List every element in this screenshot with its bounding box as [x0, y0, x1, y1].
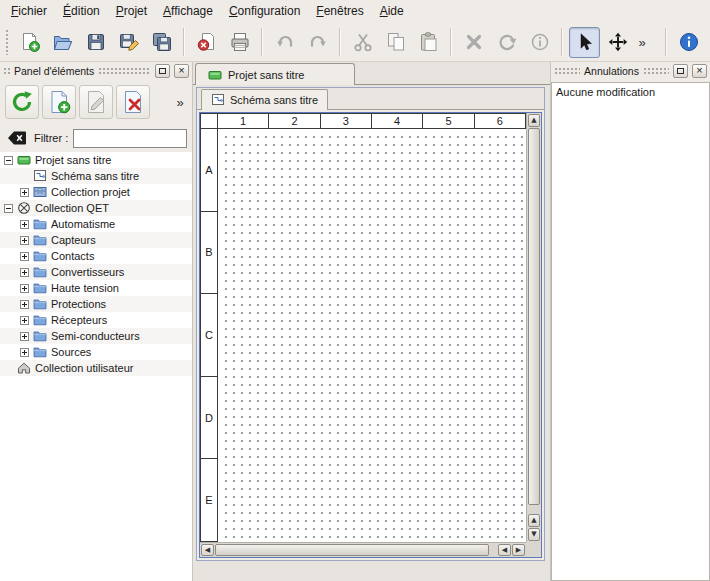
grid-corner [200, 113, 218, 129]
cut-button[interactable] [347, 27, 378, 58]
move-tool-button[interactable] [602, 27, 633, 58]
menu-fichier[interactable]: Fichier [3, 0, 55, 23]
vertical-scrollbar-thumb[interactable] [528, 128, 540, 505]
close-panel-button[interactable]: × [692, 64, 707, 78]
info-icon [529, 31, 551, 53]
toolbar-separator [339, 28, 341, 56]
toolbar-overflow-button[interactable]: » [634, 27, 650, 58]
menu-configuration[interactable]: Configuration [221, 0, 308, 23]
info-button[interactable] [524, 27, 555, 58]
paste-button[interactable] [413, 27, 444, 58]
delete-element-button[interactable] [116, 85, 150, 119]
scroll-up-button[interactable]: ▲ [528, 114, 540, 127]
undo-button[interactable] [269, 27, 300, 58]
expand-icon[interactable] [20, 316, 29, 325]
tree-item-label: Contacts [51, 250, 94, 262]
save-as-button[interactable] [113, 27, 144, 58]
tree-item-capteurs[interactable]: Capteurs [0, 232, 192, 248]
scroll-right-button[interactable]: ▶ [512, 544, 525, 556]
dock-handle-dots [3, 67, 10, 75]
new-element-icon [46, 89, 72, 115]
selection-arrow-icon [574, 31, 596, 53]
column-header: 6 [475, 114, 526, 128]
tree-item-convertisseurs[interactable]: Convertisseurs [0, 264, 192, 280]
save-icon [85, 31, 107, 53]
vertical-scrollbar[interactable]: ▲ ▲ ▼ [526, 113, 541, 542]
close-project-button[interactable] [191, 27, 222, 58]
selection-tool-button[interactable] [569, 27, 600, 58]
expand-icon[interactable] [20, 236, 29, 245]
tree-item-semi-conducteurs[interactable]: Semi-conducteurs [0, 328, 192, 344]
delete-button[interactable] [458, 27, 489, 58]
scroll-up-button[interactable]: ▲ [528, 514, 540, 527]
scroll-down-button[interactable]: ▼ [528, 528, 540, 541]
tree-item-collection-projet[interactable]: Collection projet [0, 184, 192, 200]
expand-icon[interactable] [20, 188, 29, 197]
expand-icon[interactable] [20, 300, 29, 309]
float-panel-button[interactable] [673, 64, 688, 78]
tree-item-haute-tension[interactable]: Haute tension [0, 280, 192, 296]
print-button[interactable] [224, 27, 255, 58]
clear-filter-button[interactable] [5, 128, 29, 148]
tree-item-recepteurs[interactable]: Récepteurs [0, 312, 192, 328]
save-all-button[interactable] [146, 27, 177, 58]
elements-tree[interactable]: Projet sans titre Schéma sans titre Coll… [0, 152, 192, 581]
scroll-left-button[interactable]: ◀ [201, 544, 214, 556]
expand-icon[interactable] [20, 252, 29, 261]
undo-history-list[interactable]: Aucune modification [551, 82, 710, 581]
tree-item-collection-qet[interactable]: Collection QET [0, 200, 192, 216]
menu-edition[interactable]: Édition [55, 0, 108, 23]
new-element-button[interactable] [42, 85, 76, 119]
delete-icon [463, 31, 485, 53]
expand-icon[interactable] [20, 348, 29, 357]
close-panel-button[interactable]: × [174, 64, 189, 78]
tree-item-protections[interactable]: Protections [0, 296, 192, 312]
collapse-icon[interactable] [4, 204, 13, 213]
about-button[interactable] [673, 27, 704, 58]
horizontal-scrollbar-thumb[interactable] [215, 544, 489, 556]
toolbar-separator [665, 28, 667, 56]
filter-input[interactable] [73, 129, 187, 148]
folder-icon [33, 217, 47, 231]
diagram-canvas[interactable]: 1 2 3 4 5 6 A B C D E [200, 113, 526, 542]
tab-projet-sans-titre[interactable]: Projet sans titre [195, 63, 355, 85]
tree-item-projet-sans-titre[interactable]: Projet sans titre [0, 152, 192, 168]
tree-item-label: Récepteurs [51, 314, 107, 326]
save-button[interactable] [80, 27, 111, 58]
undo-panel-titlebar[interactable]: Annulations × [551, 62, 710, 80]
open-project-button[interactable] [47, 27, 78, 58]
diagram-view[interactable]: 1 2 3 4 5 6 A B C D E ▲ ▲ [199, 112, 542, 558]
edit-element-button[interactable] [79, 85, 113, 119]
panel-overflow-button[interactable]: » [173, 87, 187, 117]
expand-icon[interactable] [20, 220, 29, 229]
reload-collections-button[interactable] [5, 85, 39, 119]
grid-dots[interactable] [219, 130, 526, 542]
menu-projet[interactable]: Projet [108, 0, 155, 23]
float-panel-button[interactable] [155, 64, 170, 78]
tree-item-schema-sans-titre[interactable]: Schéma sans titre [0, 168, 192, 184]
horizontal-scrollbar[interactable]: ◀ ◀ ▶ [200, 542, 526, 557]
new-document-button[interactable] [14, 27, 45, 58]
expand-icon[interactable] [20, 268, 29, 277]
elements-panel: Panel d'éléments × » Filtrer : Projet sa… [0, 62, 193, 581]
tree-item-collection-utilisateur[interactable]: Collection utilisateur [0, 360, 192, 376]
collapse-icon[interactable] [4, 156, 13, 165]
tree-item-sources[interactable]: Sources [0, 344, 192, 360]
rotate-button[interactable] [491, 27, 522, 58]
menu-aide[interactable]: Aide [372, 0, 412, 23]
toolbar-handle[interactable] [5, 29, 9, 55]
tree-item-automatisme[interactable]: Automatisme [0, 216, 192, 232]
expand-icon[interactable] [20, 332, 29, 341]
scroll-left-button[interactable]: ◀ [498, 544, 511, 556]
menu-fenetres[interactable]: Fenêtres [308, 0, 371, 23]
copy-button[interactable] [380, 27, 411, 58]
redo-button[interactable] [302, 27, 333, 58]
menu-affichage[interactable]: Affichage [155, 0, 221, 23]
elements-panel-title: Panel d'éléments [14, 65, 94, 77]
tree-item-contacts[interactable]: Contacts [0, 248, 192, 264]
elements-panel-titlebar[interactable]: Panel d'éléments × [0, 62, 192, 80]
expand-icon[interactable] [20, 284, 29, 293]
tab-schema-sans-titre[interactable]: Schéma sans titre [201, 89, 328, 110]
folder-icon [33, 345, 47, 359]
tree-item-label: Collection QET [35, 202, 109, 214]
